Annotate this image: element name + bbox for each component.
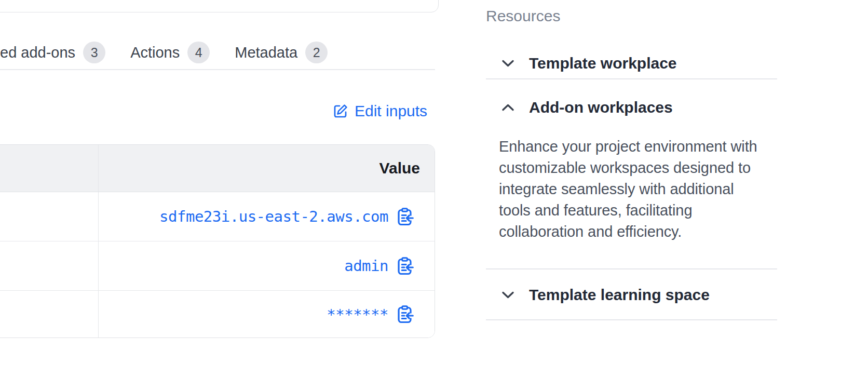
tab-label: Metadata <box>235 44 297 61</box>
table-row: admin <box>0 241 435 291</box>
clipboard-copy-icon <box>398 208 414 226</box>
copy-value-button[interactable] <box>398 257 414 275</box>
copy-value-button[interactable] <box>398 208 414 226</box>
table-row: sdfme23i.us-east-2.aws.com <box>0 192 435 241</box>
copy-value-button[interactable] <box>398 305 414 323</box>
tab-bar: ed add-ons 3 Actions 4 Metadata 2 <box>0 41 328 64</box>
chevron-up-icon <box>501 103 514 112</box>
tab-count-badge: 4 <box>187 42 210 63</box>
key-column-header <box>0 145 99 192</box>
chevron-down-icon <box>501 291 514 299</box>
previous-card-edge <box>0 0 439 12</box>
resources-title: Resources <box>486 7 560 25</box>
edit-inputs-link[interactable]: Edit inputs <box>333 102 427 120</box>
accordion-title: Add-on workplaces <box>529 99 673 116</box>
edit-inputs-label: Edit inputs <box>355 102 427 120</box>
divider <box>486 268 777 269</box>
accordion-template-learning-space[interactable]: Template learning space <box>501 284 710 306</box>
value-text: ******* <box>327 306 388 323</box>
tab-bar-divider <box>0 69 435 70</box>
tab-installed-add-ons[interactable]: ed add-ons 3 <box>0 42 105 63</box>
tab-metadata[interactable]: Metadata 2 <box>235 42 328 63</box>
clipboard-copy-icon <box>398 305 414 323</box>
chevron-down-icon <box>501 59 514 68</box>
divider <box>486 319 777 320</box>
tab-count-badge: 3 <box>83 42 105 63</box>
key-cell <box>0 241 99 290</box>
clipboard-copy-icon <box>398 257 414 275</box>
tab-label: Actions <box>130 44 180 61</box>
table-row: ******* <box>0 291 435 338</box>
value-cell: sdfme23i.us-east-2.aws.com <box>99 192 435 241</box>
key-cell <box>0 291 99 338</box>
table-header-row: Value <box>0 145 435 192</box>
tab-count-badge: 2 <box>305 42 328 63</box>
accordion-title: Template learning space <box>529 286 710 304</box>
inputs-table: Value sdfme23i.us-east-2.aws.com admin <box>0 144 435 338</box>
accordion-addon-workplaces[interactable]: Add-on workplaces <box>501 96 673 119</box>
value-cell: admin <box>99 241 435 290</box>
value-column-header: Value <box>379 159 420 177</box>
tab-actions[interactable]: Actions 4 <box>130 42 210 63</box>
value-cell: ******* <box>99 291 435 338</box>
accordion-template-workplace[interactable]: Template workplace <box>501 52 677 75</box>
resources-panel: Resources Template workplace Add-on work… <box>486 0 777 378</box>
value-text: admin <box>344 257 388 275</box>
value-text: sdfme23i.us-east-2.aws.com <box>159 208 388 225</box>
accordion-description: Enhance your project environment with cu… <box>499 136 760 242</box>
key-cell <box>0 192 99 241</box>
accordion-title: Template workplace <box>529 55 677 72</box>
tab-label: ed add-ons <box>0 44 75 61</box>
edit-icon <box>333 104 348 119</box>
divider <box>486 78 777 79</box>
